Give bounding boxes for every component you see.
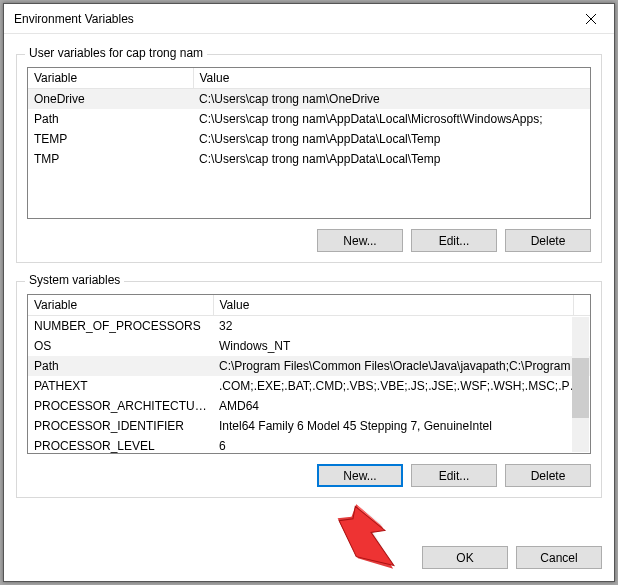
titlebar: Environment Variables [4, 4, 614, 34]
system-scrollbar-thumb[interactable] [572, 358, 589, 419]
cancel-button[interactable]: Cancel [516, 546, 602, 569]
user-variables-group: User variables for cap trong nam Variabl… [16, 54, 602, 263]
cell-variable: OS [28, 336, 213, 356]
user-delete-button[interactable]: Delete [505, 229, 591, 252]
cell-value: .COM;.EXE;.BAT;.CMD;.VBS;.VBE;.JS;.JSE;.… [213, 376, 590, 396]
user-variables-legend: User variables for cap trong nam [25, 46, 207, 60]
col-scroll-spacer [573, 295, 590, 316]
close-icon [586, 14, 596, 24]
table-row[interactable]: PathC:\Program Files\Common Files\Oracle… [28, 356, 590, 376]
dialog-buttons: OK Cancel [4, 538, 614, 581]
cell-value: 32 [213, 316, 590, 337]
cell-variable: PROCESSOR_LEVEL [28, 436, 213, 456]
table-row[interactable]: TMPC:\Users\cap trong nam\AppData\Local\… [28, 149, 590, 169]
system-variables-table-wrap: Variable Value NUMBER_OF_PROCESSORS32OSW… [27, 294, 591, 454]
cell-variable: Path [28, 109, 193, 129]
ok-button[interactable]: OK [422, 546, 508, 569]
col-variable[interactable]: Variable [28, 68, 193, 89]
user-variables-table-wrap: Variable Value OneDriveC:\Users\cap tron… [27, 67, 591, 219]
cell-value: Intel64 Family 6 Model 45 Stepping 7, Ge… [213, 416, 590, 436]
cell-variable: PROCESSOR_ARCHITECTURE [28, 396, 213, 416]
cell-variable: TEMP [28, 129, 193, 149]
cell-value: C:\Users\cap trong nam\AppData\Local\Tem… [193, 149, 590, 169]
cell-value: 6 [213, 436, 590, 456]
col-value[interactable]: Value [213, 295, 573, 316]
table-header-row: Variable Value [28, 68, 590, 89]
system-delete-button[interactable]: Delete [505, 464, 591, 487]
system-new-button[interactable]: New... [317, 464, 403, 487]
cell-value: C:\Users\cap trong nam\OneDrive [193, 89, 590, 110]
cell-variable: Path [28, 356, 213, 376]
cell-value: C:\Program Files\Common Files\Oracle\Jav… [213, 356, 590, 376]
table-row[interactable]: PathC:\Users\cap trong nam\AppData\Local… [28, 109, 590, 129]
table-header-row: Variable Value [28, 295, 590, 316]
table-row[interactable]: OneDriveC:\Users\cap trong nam\OneDrive [28, 89, 590, 110]
user-new-button[interactable]: New... [317, 229, 403, 252]
system-variables-table[interactable]: Variable Value NUMBER_OF_PROCESSORS32OSW… [28, 295, 590, 456]
col-variable[interactable]: Variable [28, 295, 213, 316]
cell-variable: TMP [28, 149, 193, 169]
cell-value: Windows_NT [213, 336, 590, 356]
env-variables-dialog: Environment Variables User variables for… [3, 3, 615, 582]
close-button[interactable] [568, 4, 614, 34]
cell-variable: PROCESSOR_IDENTIFIER [28, 416, 213, 436]
system-variables-legend: System variables [25, 273, 124, 287]
cell-variable: PATHEXT [28, 376, 213, 396]
col-value[interactable]: Value [193, 68, 590, 89]
system-variables-group: System variables Variable Value NUMBER_O… [16, 281, 602, 498]
cell-value: AMD64 [213, 396, 590, 416]
cell-variable: NUMBER_OF_PROCESSORS [28, 316, 213, 337]
user-edit-button[interactable]: Edit... [411, 229, 497, 252]
user-variables-table[interactable]: Variable Value OneDriveC:\Users\cap tron… [28, 68, 590, 169]
user-buttons-row: New... Edit... Delete [27, 229, 591, 252]
table-row[interactable]: TEMPC:\Users\cap trong nam\AppData\Local… [28, 129, 590, 149]
table-row[interactable]: PROCESSOR_LEVEL6 [28, 436, 590, 456]
cell-value: C:\Users\cap trong nam\AppData\Local\Mic… [193, 109, 590, 129]
system-scrollbar[interactable] [572, 317, 589, 452]
window-title: Environment Variables [4, 12, 568, 26]
table-row[interactable]: OSWindows_NT [28, 336, 590, 356]
table-row[interactable]: NUMBER_OF_PROCESSORS32 [28, 316, 590, 337]
table-row[interactable]: PROCESSOR_IDENTIFIERIntel64 Family 6 Mod… [28, 416, 590, 436]
cell-value: C:\Users\cap trong nam\AppData\Local\Tem… [193, 129, 590, 149]
system-buttons-row: New... Edit... Delete [27, 464, 591, 487]
table-row[interactable]: PATHEXT.COM;.EXE;.BAT;.CMD;.VBS;.VBE;.JS… [28, 376, 590, 396]
system-edit-button[interactable]: Edit... [411, 464, 497, 487]
cell-variable: OneDrive [28, 89, 193, 110]
table-row[interactable]: PROCESSOR_ARCHITECTUREAMD64 [28, 396, 590, 416]
